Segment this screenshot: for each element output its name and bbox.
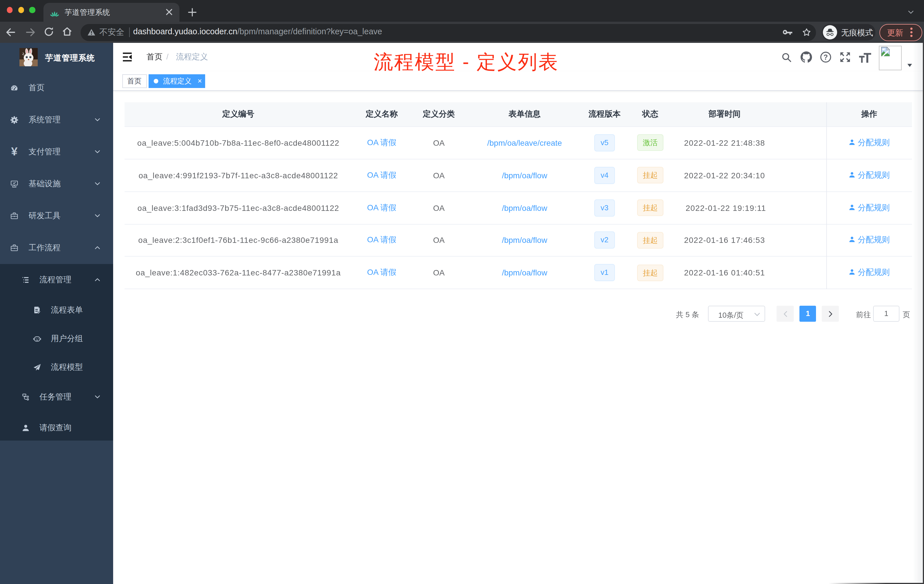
svg-text:?: ? [823, 53, 827, 61]
